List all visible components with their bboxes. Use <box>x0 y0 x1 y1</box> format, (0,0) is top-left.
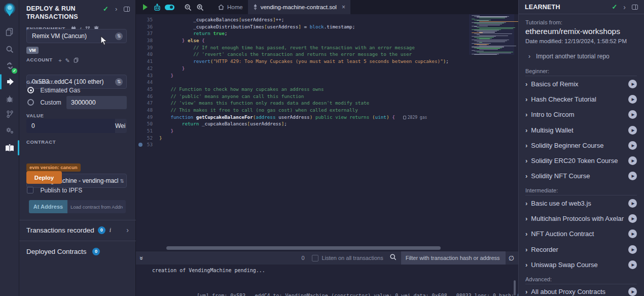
panel-layout-icon[interactable] <box>124 7 130 12</box>
play-tutorial-button[interactable]: ▶ <box>628 95 637 104</box>
terminal-search-icon[interactable] <box>389 253 397 262</box>
copy-account-icon[interactable] <box>74 57 79 63</box>
line-number[interactable]: 45 <box>136 86 159 93</box>
value-unit-select[interactable]: Wei ⇅ <box>115 119 127 133</box>
play-tutorial-button[interactable]: ▶ <box>628 110 637 119</box>
edit-account-icon[interactable]: ✎ <box>65 57 70 64</box>
play-tutorial-button[interactable]: ▶ <box>628 141 637 150</box>
terminal-transaction-line[interactable]: [vm] from: 0x5B3...eddC4 to: VendingMach… <box>197 291 518 296</box>
environment-stepper-icon[interactable]: ⇅ <box>115 32 123 40</box>
at-address-input[interactable] <box>67 200 126 213</box>
line-number[interactable]: 46 <box>136 93 159 100</box>
line-number[interactable]: 47 <box>136 100 159 107</box>
transaction-filter-input[interactable] <box>401 251 506 265</box>
tutorial-item[interactable]: ›Intro to Circom▶ <box>525 107 637 122</box>
at-address-button[interactable]: At Address <box>29 200 67 213</box>
code-line[interactable]: 53 <box>136 141 518 148</box>
tutorial-item[interactable]: ›All about Proxy Contracts▶ <box>525 284 637 296</box>
add-account-icon[interactable]: + <box>58 57 61 64</box>
tutorial-item[interactable]: ›Uniswap Swap Course▶ <box>525 257 637 272</box>
tutorial-item[interactable]: ›Recorder▶ <box>525 242 637 257</box>
solidity-compiler-icon[interactable]: ✓ <box>0 57 19 74</box>
play-tutorial-button[interactable]: ▶ <box>628 199 637 208</box>
code-line[interactable]: 47 // 'view' means this function only re… <box>136 100 518 107</box>
code-editor[interactable]: 35 _cupcakeBalances[userAddress]++;36 _c… <box>136 14 518 259</box>
zoom-out-icon[interactable] <box>182 0 194 14</box>
custom-gas-input[interactable] <box>66 96 127 109</box>
line-number[interactable]: 49 <box>136 114 159 121</box>
tutorial-item[interactable]: ›Hash Checker Tutorial▶ <box>525 91 637 107</box>
copilot-toggle[interactable] <box>163 0 175 14</box>
code-line[interactable]: 36 _cupcakeDistributionTimes[userAddress… <box>136 23 518 30</box>
tab-contract-file[interactable]: vending-machine-contract.sol × <box>248 0 350 14</box>
learneth-layout-icon[interactable] <box>632 5 638 10</box>
tutorial-item[interactable]: ›Multichain Protocols with Axelar▶ <box>525 211 637 226</box>
deploy-run-icon[interactable] <box>0 73 19 90</box>
tutorial-item[interactable]: ›Basics of Remix▶ <box>525 76 637 91</box>
remix-logo[interactable] <box>0 1 19 19</box>
panel-expand-icon[interactable]: › <box>115 5 117 13</box>
code-line[interactable]: 48 // This makes it free to call (no gas… <box>136 107 518 114</box>
code-line[interactable]: 45 // Function to check how many cupcake… <box>136 86 518 93</box>
listen-all-checkbox[interactable] <box>312 255 318 261</box>
tutorial-item[interactable]: ›Solidity NFT Course▶ <box>525 169 637 184</box>
code-line[interactable]: 38 } else { <box>136 37 518 44</box>
line-number[interactable]: 44 <box>136 79 159 86</box>
play-tutorial-button[interactable]: ▶ <box>628 245 637 254</box>
terminal-scrollbar[interactable] <box>514 280 516 295</box>
close-tab-icon[interactable]: × <box>342 4 345 11</box>
code-line[interactable]: 41 revert("HTTP 429: Too Many Cupcakes (… <box>136 58 518 65</box>
debugger-icon[interactable] <box>0 90 19 108</box>
transactions-recorded-row[interactable]: Transactions recorded 0 i › <box>26 226 129 234</box>
code-line[interactable]: 42 } <box>136 65 518 72</box>
import-tutorial-row[interactable]: › Import another tutorial repo <box>528 53 637 60</box>
line-number[interactable]: 52 <box>136 135 159 142</box>
tutorial-item[interactable]: ›Solidity ERC20 Token Course▶ <box>525 153 637 168</box>
file-explorer-icon[interactable] <box>0 23 19 41</box>
learneth-icon[interactable] <box>0 138 19 157</box>
code-line[interactable]: 40 // 'revert' cancels the transaction a… <box>136 51 518 58</box>
code-line[interactable]: 39 // If not enough time has passed, rev… <box>136 44 518 51</box>
tutorial-item[interactable]: ›NFT Auction Contract▶ <box>525 226 637 242</box>
line-number[interactable]: 42 <box>136 65 159 72</box>
run-script-icon[interactable] <box>139 0 151 14</box>
terminal-collapse-icon[interactable]: » <box>138 256 146 259</box>
tutorial-item[interactable]: ›Solidity Beginner Course▶ <box>525 138 637 153</box>
code-line[interactable]: 52} <box>136 135 518 142</box>
tutorial-item[interactable]: ›Multisig Wallet▶ <box>525 122 637 138</box>
play-tutorial-button[interactable]: ▶ <box>628 260 637 269</box>
play-tutorial-button[interactable]: ▶ <box>628 214 637 223</box>
editor-minimap[interactable] <box>469 14 514 55</box>
play-tutorial-button[interactable]: ▶ <box>628 287 637 296</box>
estimated-gas-radio[interactable] <box>27 87 34 93</box>
play-tutorial-button[interactable]: ▶ <box>628 229 637 238</box>
line-number[interactable]: 48 <box>136 107 159 114</box>
learneth-expand-icon[interactable]: › <box>623 3 626 11</box>
value-input[interactable] <box>26 119 115 133</box>
line-number[interactable]: 41 <box>136 58 159 65</box>
transactions-info-icon[interactable]: i <box>110 226 111 234</box>
line-number[interactable]: 40 <box>136 51 159 58</box>
transactions-expand-icon[interactable]: › <box>126 226 129 234</box>
horizontal-scrollbar[interactable] <box>166 246 441 250</box>
deploy-button[interactable]: Deploy <box>26 171 62 184</box>
code-lines[interactable]: 35 _cupcakeBalances[userAddress]++;36 _c… <box>136 16 518 148</box>
code-line[interactable]: 37 return true; <box>136 30 518 37</box>
code-line[interactable]: 35 _cupcakeBalances[userAddress]++; <box>136 16 518 23</box>
line-number[interactable]: 43 <box>136 72 159 79</box>
line-number[interactable]: 50 <box>136 120 159 127</box>
play-tutorial-button[interactable]: ▶ <box>628 156 637 165</box>
tutorial-item[interactable]: ›Basic use of web3.js▶ <box>525 195 637 211</box>
custom-gas-radio[interactable] <box>27 99 34 106</box>
code-line[interactable]: 46 // 'public' means anyone can call thi… <box>136 93 518 100</box>
line-number[interactable]: 36 <box>136 23 159 30</box>
code-line[interactable]: 44 <box>136 79 518 86</box>
play-tutorial-button[interactable]: ▶ <box>628 126 637 135</box>
account-stepper-icon[interactable]: ⇅ <box>115 78 123 86</box>
terminal-output[interactable]: creation of VendingMachine pending... [v… <box>136 265 518 296</box>
line-number[interactable]: 37 <box>136 30 159 37</box>
play-tutorial-button[interactable]: ▶ <box>628 80 637 88</box>
line-number[interactable]: 51 <box>136 127 159 135</box>
code-line[interactable]: 43 } <box>136 72 518 79</box>
play-tutorial-button[interactable]: ▶ <box>628 172 637 180</box>
